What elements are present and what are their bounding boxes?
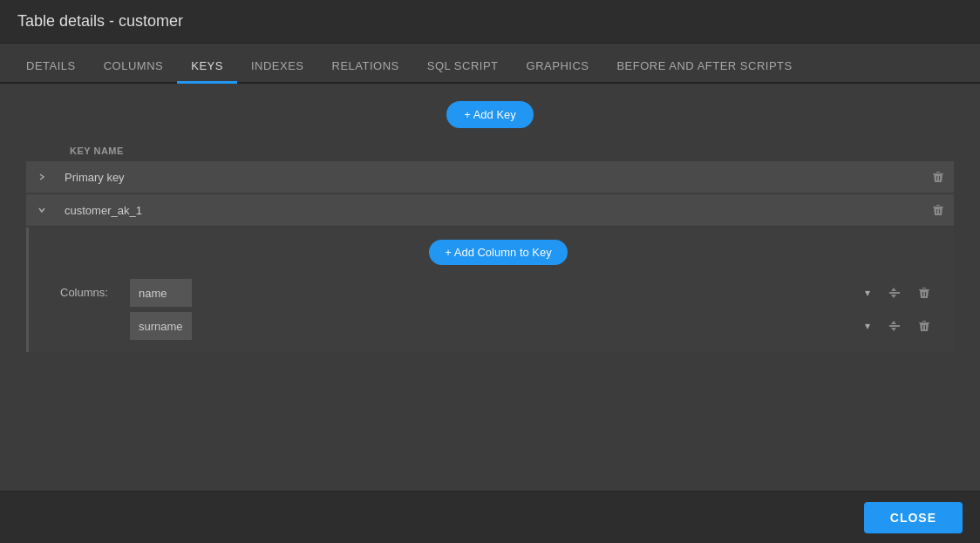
page-title: Table details - customer (17, 12, 183, 30)
column-surname-select-wrapper: name surname (130, 312, 877, 340)
column-row-surname: name surname (130, 312, 936, 340)
columns-section: Columns: name surname (60, 279, 936, 340)
main-content: + Add Key KEY NAME Primary key customer_… (0, 84, 980, 371)
key-table-header: KEY NAME (26, 142, 954, 161)
add-key-row: + Add Key (26, 101, 954, 128)
add-key-button[interactable]: + Add Key (446, 101, 534, 128)
footer: CLOSE (0, 491, 980, 543)
delete-primary-button[interactable] (922, 170, 954, 184)
column-name-select-wrapper: name surname (130, 279, 877, 307)
tab-before-after[interactable]: BEFORE AND AFTER SCRIPTS (602, 51, 806, 84)
move-name-button[interactable] (882, 281, 907, 305)
columns-list: name surname (130, 279, 936, 340)
add-column-button[interactable]: + Add Column to Key (429, 240, 568, 265)
tab-details[interactable]: DETAILS (12, 51, 90, 84)
add-column-row: + Add Column to Key (60, 240, 936, 265)
expand-icon-ak1[interactable] (26, 206, 58, 214)
tab-graphics[interactable]: GRAPHICS (513, 51, 603, 84)
tab-relations[interactable]: RELATIONS (318, 51, 413, 84)
close-button[interactable]: CLOSE (864, 502, 963, 533)
tab-keys[interactable]: KEYS (177, 51, 237, 84)
key-row-primary: Primary key (26, 161, 954, 193)
columns-label: Columns: (60, 279, 130, 299)
key-name-ak1: customer_ak_1 (58, 197, 922, 224)
move-surname-button[interactable] (882, 314, 907, 338)
title-bar: Table details - customer (0, 0, 980, 44)
tab-indexes[interactable]: INDEXES (237, 51, 318, 84)
tab-columns[interactable]: COLUMNS (90, 51, 178, 84)
expand-icon-primary[interactable] (26, 173, 58, 181)
column-row-name: name surname (130, 279, 936, 307)
column-surname-select[interactable]: name surname (130, 312, 192, 340)
delete-ak1-button[interactable] (922, 203, 954, 217)
delete-name-column-button[interactable] (912, 281, 936, 305)
delete-surname-column-button[interactable] (912, 314, 936, 338)
tab-sql-script[interactable]: SQL SCRIPT (413, 51, 513, 84)
key-name-primary: Primary key (58, 164, 922, 191)
tab-bar: DETAILS COLUMNS KEYS INDEXES RELATIONS S… (0, 44, 980, 84)
key-expanded-ak1: + Add Column to Key Columns: name surnam… (26, 227, 954, 352)
column-name-select[interactable]: name surname (130, 279, 192, 307)
key-row-ak1: customer_ak_1 (26, 194, 954, 226)
